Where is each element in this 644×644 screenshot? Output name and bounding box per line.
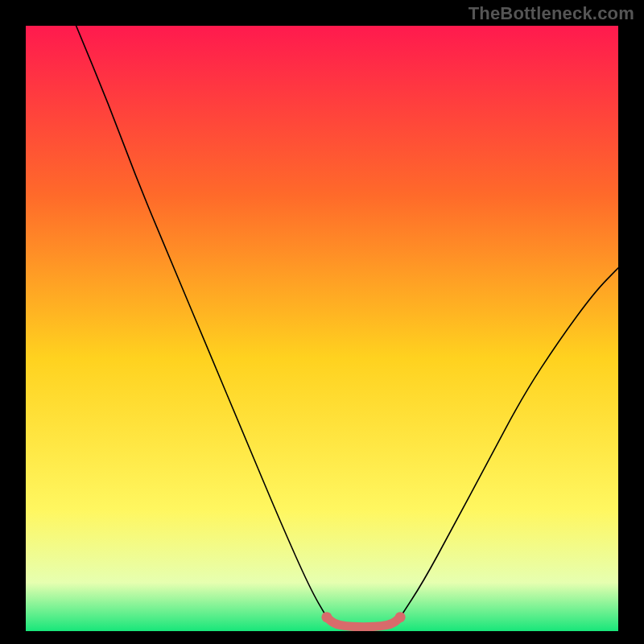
chart-frame: TheBottleneck.com bbox=[0, 0, 644, 644]
flat-end-dot bbox=[395, 612, 406, 622]
flat-start-dot bbox=[321, 612, 332, 622]
bottleneck-curve-chart bbox=[0, 0, 644, 644]
attribution-label: TheBottleneck.com bbox=[469, 3, 634, 24]
chart-gradient-background bbox=[26, 26, 618, 631]
